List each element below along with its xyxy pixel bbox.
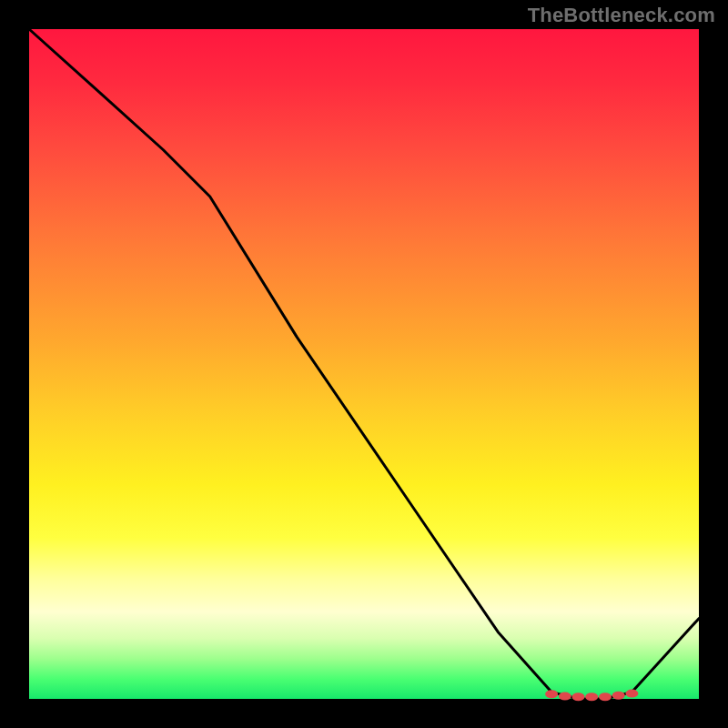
marker-dot: [599, 693, 612, 701]
chart-svg: [29, 29, 699, 699]
marker-dot: [612, 692, 625, 700]
marker-group: [545, 690, 638, 702]
watermark-text: TheBottleneck.com: [528, 4, 715, 27]
marker-dot: [625, 690, 638, 698]
marker-dot: [572, 693, 585, 701]
marker-dot: [585, 693, 598, 701]
marker-dot: [545, 690, 558, 698]
data-line: [29, 29, 699, 699]
chart-frame: TheBottleneck.com: [0, 0, 728, 728]
plot-area: [29, 29, 699, 699]
marker-dot: [559, 693, 571, 701]
